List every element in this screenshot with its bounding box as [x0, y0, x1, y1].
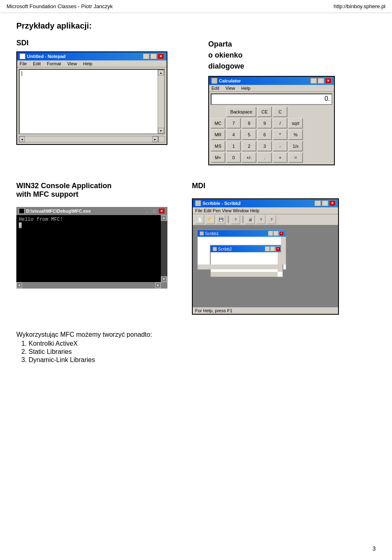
header-right: http://binboy.sphere.pl	[334, 3, 385, 9]
scribble-menu-help[interactable]: Help	[250, 208, 259, 213]
toolbar-help1[interactable]: ?	[231, 215, 240, 224]
scribb2-close[interactable]: ✕	[276, 247, 281, 251]
scribb2-titlebar: Scribb2 _ □ ✕	[211, 246, 283, 252]
toolbar-open[interactable]: 📂	[206, 215, 215, 224]
scroll-down-arrow[interactable]: ▼	[158, 128, 164, 133]
calc-btn-5[interactable]: 5	[242, 129, 256, 140]
console-scroll-up[interactable]: ▲	[161, 215, 167, 221]
toolbar-help2[interactable]: ?	[267, 215, 276, 224]
toolbar-preview[interactable]: ?	[256, 215, 265, 224]
notepad-maximize-button[interactable]: □	[150, 53, 157, 59]
calc-btn-backspace[interactable]: Backspace	[226, 107, 256, 117]
calc-menubar: Edit View Help	[209, 85, 334, 92]
scribble-menu-file[interactable]: File	[195, 208, 203, 213]
notepad-menu-file[interactable]: File	[20, 61, 27, 66]
console-close-button[interactable]: ✕	[158, 208, 165, 214]
notepad-scrollbar-h-container: ◄ ►	[19, 136, 165, 142]
scribb1-minimize[interactable]: _	[268, 231, 273, 236]
scribble-maximize-button[interactable]: □	[322, 200, 328, 206]
notepad-menu-edit[interactable]: Edit	[33, 61, 41, 66]
calc-controls: _ □ ✕	[310, 78, 332, 84]
toolbar-save[interactable]: 💾	[216, 215, 225, 224]
calc-menu-help[interactable]: Help	[241, 86, 251, 91]
console-block: WIN32 Console Application with MFC suppo…	[16, 182, 167, 289]
notepad-close-button[interactable]: ✕	[158, 53, 164, 59]
scroll-left-arrow[interactable]: ◄	[19, 136, 25, 142]
calc-btn-2[interactable]: 2	[242, 141, 256, 151]
notepad-scrollbar-v[interactable]: ▲ ▼	[158, 70, 164, 133]
scribb2-controls: _ □ ✕	[265, 247, 281, 251]
console-maximize-button[interactable]: □	[151, 208, 158, 214]
scribble-menu-view[interactable]: View	[222, 208, 232, 213]
calc-btn-sub[interactable]: -	[273, 141, 287, 151]
calc-close-button[interactable]: ✕	[325, 78, 332, 84]
calc-btn-mr[interactable]: MR	[211, 129, 225, 140]
scribb1-scrollbar-h[interactable]	[198, 264, 281, 269]
bottom-item-3: Dynamic-Link Libraries	[29, 356, 376, 364]
calc-btn-7[interactable]: 7	[226, 118, 241, 129]
console-scrollbar-v[interactable]: ▲ ▼	[161, 215, 167, 282]
scribble-menu-pen[interactable]: Pen	[213, 208, 221, 213]
calc-btn-sqrt[interactable]: sqrt	[288, 118, 303, 129]
calc-btn-1[interactable]: 1	[226, 141, 241, 151]
console-scroll-left[interactable]: ◄	[16, 282, 22, 288]
scribble-minimize-button[interactable]: _	[314, 200, 321, 206]
scribb1-close[interactable]: ✕	[279, 231, 284, 236]
calc-btn-c[interactable]: C	[273, 107, 287, 117]
calc-btn-pct[interactable]: %	[288, 129, 303, 140]
calc-btn-inv[interactable]: 1/x	[288, 141, 303, 151]
scribb2-scrollbar-h[interactable]	[211, 272, 278, 277]
calc-btn-4[interactable]: 4	[226, 129, 241, 140]
calc-minimize-button[interactable]: _	[310, 78, 317, 84]
scroll-right-arrow[interactable]: ►	[152, 136, 158, 142]
scribble-menu-window[interactable]: Window	[233, 208, 249, 213]
scribble-menu-edit[interactable]: Edit	[204, 208, 212, 213]
calc-btn-6[interactable]: 6	[257, 129, 272, 140]
scribb2-maximize[interactable]: □	[270, 247, 275, 251]
calc-btn-3[interactable]: 3	[257, 141, 272, 151]
notepad-textarea[interactable]: |	[20, 70, 158, 133]
notepad-menu-format[interactable]: Format	[47, 61, 61, 66]
scribb2-minimize[interactable]: _	[265, 247, 270, 251]
calc-btn-8[interactable]: 8	[242, 118, 256, 129]
calc-btn-eq[interactable]: =	[288, 152, 303, 163]
console-titlebar: D:\visual\MFC\Debug\MFC.exe _ □ ✕	[16, 207, 167, 215]
calc-btn-dot[interactable]: .	[257, 152, 272, 163]
calc-btn-mplus[interactable]: M+	[211, 152, 225, 163]
calc-btn-add[interactable]: +	[273, 152, 287, 163]
top-section: SDI Untitled - Notepad _ □ ✕ File Edit F…	[16, 39, 376, 165]
scroll-up-arrow[interactable]: ▲	[158, 70, 164, 76]
scribb2-icon	[213, 247, 217, 251]
console-title: D:\visual\MFC\Debug\MFC.exe	[26, 209, 144, 213]
scribb1-maximize[interactable]: □	[274, 231, 278, 236]
calc-btn-0[interactable]: 0	[226, 152, 241, 163]
console-scroll-down[interactable]: ▼	[161, 276, 167, 282]
calc-btn-9[interactable]: 9	[257, 118, 272, 129]
scribble-title: Scribble - Scribb2	[203, 201, 314, 206]
notepad-minimize-button[interactable]: _	[143, 53, 149, 59]
console-scrollbar-h[interactable]: ◄ ►	[16, 282, 161, 289]
notepad-menu-view[interactable]: View	[67, 61, 77, 66]
console-window: D:\visual\MFC\Debug\MFC.exe _ □ ✕ Hello …	[16, 207, 167, 289]
calc-menu-view[interactable]: View	[225, 86, 235, 91]
toolbar-print[interactable]: 🖨	[246, 215, 255, 224]
calc-btn-ms[interactable]: MS	[211, 141, 225, 151]
notepad-menu-help[interactable]: Help	[83, 61, 92, 66]
calc-menu-edit[interactable]: Edit	[212, 86, 219, 91]
calc-btn-ce[interactable]: CE	[257, 107, 272, 117]
toolbar-new[interactable]: 📄	[195, 215, 204, 224]
calc-btn-div[interactable]: /	[273, 118, 287, 129]
calc-maximize-button[interactable]: □	[318, 78, 324, 84]
calc-btn-mul[interactable]: *	[273, 129, 287, 140]
console-content: Hello from MFC!_	[19, 217, 165, 236]
calc-btn-mc[interactable]: MC	[211, 118, 225, 129]
console-minimize-button[interactable]: _	[144, 208, 150, 214]
scribble-close-button[interactable]: ✕	[329, 200, 336, 206]
calc-row-5: M+ 0 +/- . + =	[211, 152, 332, 163]
calc-display: 0.	[211, 93, 332, 105]
scribb1-scrollbar-v[interactable]	[281, 237, 286, 264]
scribble-menubar: File Edit Pen View Window Help	[193, 207, 338, 214]
notepad-scrollbar-h[interactable]: ◄ ►	[19, 136, 158, 142]
console-scroll-right[interactable]: ►	[155, 282, 161, 288]
calc-btn-sign[interactable]: +/-	[242, 152, 256, 163]
